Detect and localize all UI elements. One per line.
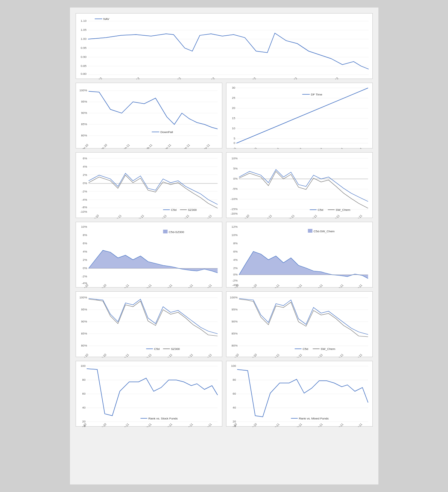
svg-text:May-11: May-11 bbox=[203, 353, 213, 357]
svg-text:10: 10 bbox=[232, 127, 235, 130]
svg-text:Jan-11: Jan-11 bbox=[113, 214, 122, 218]
svg-text:Jan-11: Jan-11 bbox=[271, 353, 280, 357]
svg-text:Dec-10: Dec-10 bbox=[98, 422, 107, 427]
svg-text:11.02.12: 11.02.12 bbox=[205, 76, 216, 79]
svg-text:100: 100 bbox=[80, 364, 86, 368]
svg-text:Rank vs. Mixed Funds: Rank vs. Mixed Funds bbox=[299, 417, 328, 420]
svg-text:Feb-11: Feb-11 bbox=[135, 214, 145, 218]
svg-text:C5d: C5d bbox=[317, 208, 323, 212]
svg-text:8%: 8% bbox=[233, 242, 237, 245]
svg-text:85%: 85% bbox=[81, 332, 87, 335]
svg-text:2%: 2% bbox=[82, 258, 87, 262]
svg-text:Dec-10: Dec-10 bbox=[248, 353, 258, 357]
svg-text:-20%: -20% bbox=[230, 212, 237, 215]
svg-text:-5%: -5% bbox=[232, 187, 237, 191]
svg-text:4%: 4% bbox=[82, 250, 87, 253]
svg-text:80: 80 bbox=[82, 378, 85, 381]
svg-text:Mar-11: Mar-11 bbox=[164, 353, 173, 357]
svg-text:10%: 10% bbox=[231, 157, 237, 160]
svg-text:Nov-10: Nov-10 bbox=[80, 143, 89, 149]
svg-text:Mar-11: Mar-11 bbox=[164, 283, 173, 288]
svg-text:Feb-11: Feb-11 bbox=[144, 143, 153, 149]
svg-text:May-11: May-11 bbox=[353, 147, 363, 149]
svg-text:SW_Chem: SW_Chem bbox=[320, 347, 335, 351]
svg-text:90%: 90% bbox=[81, 111, 87, 115]
svg-text:Apr-11: Apr-11 bbox=[335, 147, 344, 149]
c5d-swchem-area-chart: 12% 10% 8% 6% 4% 2% 0% -2% -4% Nov-10 De… bbox=[226, 222, 373, 288]
svg-text:Feb-11: Feb-11 bbox=[286, 214, 295, 218]
svg-text:6%: 6% bbox=[233, 250, 237, 253]
svg-text:20: 20 bbox=[232, 106, 235, 110]
svg-text:Dec-10: Dec-10 bbox=[248, 147, 258, 149]
svg-text:-2%: -2% bbox=[82, 190, 87, 193]
svg-text:20: 20 bbox=[82, 420, 85, 423]
svg-text:Mar-11: Mar-11 bbox=[314, 147, 323, 149]
main-page: 1.10 1.05 1.00 0.95 0.90 0.85 0.80 10/11… bbox=[70, 8, 378, 484]
svg-text:95%: 95% bbox=[81, 308, 87, 311]
svg-text:-10%: -10% bbox=[230, 197, 237, 201]
svg-text:Jan-11: Jan-11 bbox=[271, 147, 280, 149]
svg-text:May-11: May-11 bbox=[203, 214, 213, 218]
svg-text:SZ300: SZ300 bbox=[188, 208, 197, 212]
svg-text:Dec-10: Dec-10 bbox=[99, 143, 108, 149]
svg-text:95%: 95% bbox=[81, 100, 87, 103]
svg-text:-2%: -2% bbox=[82, 275, 87, 278]
svg-text:NAV: NAV bbox=[103, 17, 109, 21]
svg-text:Apr-11: Apr-11 bbox=[335, 422, 344, 427]
svg-text:20: 20 bbox=[232, 420, 236, 423]
svg-text:Mar-11: Mar-11 bbox=[162, 143, 172, 149]
svg-text:30: 30 bbox=[232, 86, 235, 89]
svg-text:Mar-11: Mar-11 bbox=[308, 214, 318, 218]
svg-text:C5d: C5d bbox=[302, 347, 308, 351]
svg-text:80%: 80% bbox=[81, 344, 87, 347]
svg-text:May-11: May-11 bbox=[353, 353, 363, 357]
chart-row-5: 100 80 60 40 20 0 Nov-10 Dec-10 Jan-11 F… bbox=[76, 361, 373, 427]
svg-text:6%: 6% bbox=[82, 242, 87, 245]
svg-text:1.00: 1.00 bbox=[80, 37, 87, 41]
svg-text:DownFall: DownFall bbox=[160, 130, 173, 134]
c5d-sz300-line-chart: 6% 4% 2% 0% -2% -4% -8% -10% bbox=[76, 152, 222, 218]
svg-text:May-11: May-11 bbox=[353, 422, 363, 427]
svg-text:0.95: 0.95 bbox=[80, 46, 87, 50]
nav-chart: 1.10 1.05 1.00 0.95 0.90 0.85 0.80 10/11… bbox=[76, 13, 373, 79]
svg-text:Feb-11: Feb-11 bbox=[143, 283, 152, 288]
svg-text:0: 0 bbox=[234, 141, 235, 145]
svg-text:-15%: -15% bbox=[230, 207, 237, 211]
svg-text:May-11: May-11 bbox=[203, 422, 213, 427]
svg-text:0%: 0% bbox=[233, 177, 237, 180]
svg-text:100%: 100% bbox=[230, 296, 237, 299]
svg-text:100%: 100% bbox=[79, 296, 87, 299]
svg-text:2%: 2% bbox=[233, 266, 237, 270]
rank-mixed-chart: 100 80 60 40 20 0 Nov-10 Dec-10 Jan-11 F… bbox=[226, 361, 373, 427]
chart-row-2: 6% 4% 2% 0% -2% -4% -8% -10% bbox=[76, 152, 373, 218]
svg-text:10/11/12: 10/11/12 bbox=[92, 76, 103, 79]
svg-text:May-11: May-11 bbox=[203, 283, 213, 288]
svg-text:Jan-11: Jan-11 bbox=[121, 143, 131, 149]
svg-text:12%: 12% bbox=[231, 225, 237, 229]
svg-text:10%: 10% bbox=[81, 225, 87, 229]
svg-text:SW_Chem: SW_Chem bbox=[336, 208, 350, 212]
svg-text:11.03.12: 11.03.12 bbox=[246, 76, 257, 79]
svg-text:C5d-SZ300: C5d-SZ300 bbox=[169, 230, 184, 234]
svg-text:Apr-11: Apr-11 bbox=[181, 214, 190, 218]
svg-text:Feb-11: Feb-11 bbox=[293, 353, 303, 357]
svg-text:0.85: 0.85 bbox=[80, 64, 87, 68]
svg-text:4%: 4% bbox=[82, 165, 87, 168]
svg-text:Feb-11: Feb-11 bbox=[293, 283, 303, 288]
svg-text:80%: 80% bbox=[231, 344, 237, 347]
svg-text:5: 5 bbox=[234, 137, 235, 140]
svg-text:60: 60 bbox=[82, 392, 85, 395]
drawdown-swchem-chart: 100% 95% 90% 85% 80% Nov-10 Dec-10 Jan-1… bbox=[226, 291, 373, 357]
svg-text:Mar-11: Mar-11 bbox=[314, 422, 323, 427]
svg-text:Mar-11: Mar-11 bbox=[314, 283, 323, 288]
svg-text:5%: 5% bbox=[233, 167, 237, 170]
svg-text:-4%: -4% bbox=[82, 198, 87, 201]
df-time-chart: 30 25 20 15 10 5 0 Nov-10 Dec-10 Jan-1 bbox=[226, 83, 373, 148]
svg-text:11.04.12: 11.04.12 bbox=[287, 76, 298, 79]
svg-text:Dec-10: Dec-10 bbox=[248, 283, 258, 288]
chart-row-3: 10% 8% 6% 4% 2% 0% -2% -4% Nov-10 Dec-10… bbox=[76, 222, 373, 288]
svg-text:DF Time: DF Time bbox=[311, 93, 322, 96]
svg-marker-142 bbox=[239, 251, 368, 279]
svg-text:May-11: May-11 bbox=[201, 143, 211, 149]
svg-text:Dec-10: Dec-10 bbox=[241, 214, 250, 218]
